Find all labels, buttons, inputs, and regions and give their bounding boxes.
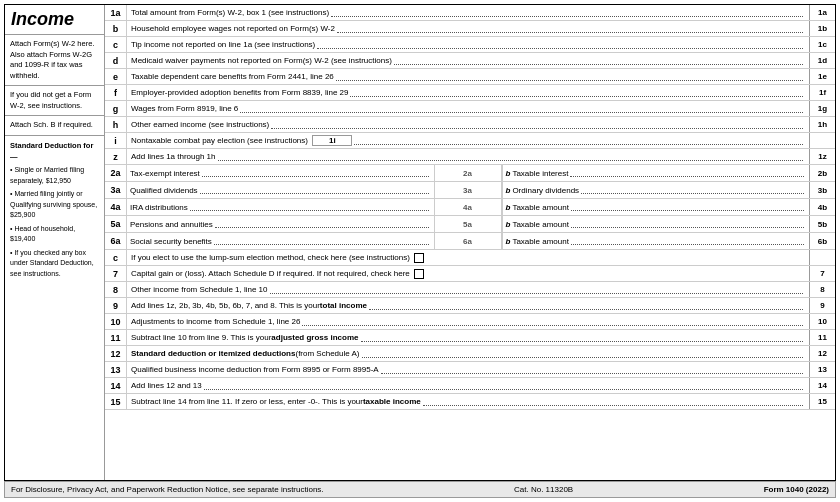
row-desc-1: Household employee wages not reported on… [127, 21, 809, 36]
end-col-19: 10 [809, 314, 835, 329]
desc-right-3a: bOrdinary dividends [502, 182, 810, 198]
end-col-8 [809, 133, 835, 148]
left-sidebar: Income Attach Form(s) W-2 here. Also att… [5, 5, 105, 480]
row-desc-5: Employer-provided adoption benefits from… [127, 85, 809, 100]
end-col-21: 12 [809, 346, 835, 361]
row-9-18: 9Add lines 1z, 2b, 3b, 4b, 5b, 6b, 7, an… [105, 298, 835, 314]
page: Income Attach Form(s) W-2 here. Also att… [0, 0, 840, 502]
row-15-24: 15Subtract line 14 from line 11. If zero… [105, 394, 835, 410]
row-c-2: cTip income not reported on line 1a (see… [105, 37, 835, 53]
row-num-8: i [105, 133, 127, 148]
row-num-15: c [105, 250, 127, 265]
end-col-23: 14 [809, 378, 835, 393]
attach-note: Attach Form(s) W-2 here. Also attach For… [5, 35, 104, 86]
split-row-4a: 4aIRA distributions4abTaxable amount4b [105, 199, 835, 216]
desc-left-5a: Pensions and annuities [127, 216, 434, 232]
row-desc-8: Nontaxable combat pay election (see inst… [127, 133, 809, 148]
desc-left-6a: Social security benefits [127, 233, 434, 249]
end-col-17: 8 [809, 282, 835, 297]
end-col-3a: 3b [809, 182, 835, 198]
end-col-5a: 5b [809, 216, 835, 232]
end-col-20: 11 [809, 330, 835, 345]
box-left-6a: 6a [434, 233, 502, 249]
row-num-5a: 5a [105, 216, 127, 232]
end-col-4: 1e [809, 69, 835, 84]
content-area: 1aTotal amount from Form(s) W-2, box 1 (… [105, 5, 835, 480]
row-num-5: f [105, 85, 127, 100]
row-7-16: 7Capital gain or (loss). Attach Schedule… [105, 266, 835, 282]
row-d-3: dMedicaid waiver payments not reported o… [105, 53, 835, 69]
row-num-22: 13 [105, 362, 127, 377]
row-num-2: c [105, 37, 127, 52]
row-8-17: 8Other income from Schedule 1, line 108 [105, 282, 835, 298]
row-num-0: 1a [105, 5, 127, 20]
row-13-22: 13Qualified business income deduction fr… [105, 362, 835, 378]
row-desc-22: Qualified business income deduction from… [127, 362, 809, 377]
std-item-1: • Married filing jointly or Qualifying s… [10, 189, 99, 221]
row-desc-24: Subtract line 14 from line 11. If zero o… [127, 394, 809, 409]
row-desc-23: Add lines 12 and 13 [127, 378, 809, 393]
desc-right-2a: bTaxable interest [502, 165, 810, 181]
row-g-6: gWages from Form 8919, line 61g [105, 101, 835, 117]
end-col-6: 1g [809, 101, 835, 116]
footer-left: For Disclosure, Privacy Act, and Paperwo… [11, 485, 324, 494]
desc-left-4a: IRA distributions [127, 199, 434, 215]
row-num-6: g [105, 101, 127, 116]
row-num-9: z [105, 149, 127, 164]
row-num-7: h [105, 117, 127, 132]
row-desc-2: Tip income not reported on line 1a (see … [127, 37, 809, 52]
box-left-2a: 2a [434, 165, 502, 181]
row-desc-6: Wages from Form 8919, line 6 [127, 101, 809, 116]
desc-right-6a: bTaxable amount [502, 233, 810, 249]
box-left-4a: 4a [434, 199, 502, 215]
standard-deduction-box: Standard Deduction for— • Single or Marr… [5, 136, 104, 481]
end-col-5: 1f [809, 85, 835, 100]
end-col-1: 1b [809, 21, 835, 36]
row-num-2a: 2a [105, 165, 127, 181]
end-col-2a: 2b [809, 165, 835, 181]
box-left-3a: 3a [434, 182, 502, 198]
row-desc-7: Other earned income (see instructions) [127, 117, 809, 132]
end-col-24: 15 [809, 394, 835, 409]
row-12-21: 12Standard deduction or itemized deducti… [105, 346, 835, 362]
row-desc-17: Other income from Schedule 1, line 10 [127, 282, 809, 297]
row-desc-18: Add lines 1z, 2b, 3b, 4b, 5b, 6b, 7, and… [127, 298, 809, 313]
row-10-19: 10Adjustments to income from Schedule 1,… [105, 314, 835, 330]
desc-right-5a: bTaxable amount [502, 216, 810, 232]
row-1a-0: 1aTotal amount from Form(s) W-2, box 1 (… [105, 5, 835, 21]
if-note: If you did not get a Form W-2, see instr… [5, 86, 104, 116]
row-num-3: d [105, 53, 127, 68]
attach-sch-b: Attach Sch. B if required. [5, 116, 104, 136]
row-num-17: 8 [105, 282, 127, 297]
footer-center: Cat. No. 11320B [514, 485, 573, 494]
row-num-4a: 4a [105, 199, 127, 215]
row-num-20: 11 [105, 330, 127, 345]
desc-left-2a: Tax-exempt interest [127, 165, 434, 181]
end-col-22: 13 [809, 362, 835, 377]
box-left-5a: 5a [434, 216, 502, 232]
split-row-5a: 5aPensions and annuities5abTaxable amoun… [105, 216, 835, 233]
split-row-2a: 2aTax-exempt interest2abTaxable interest… [105, 165, 835, 182]
row-num-3a: 3a [105, 182, 127, 198]
main-content: Income Attach Form(s) W-2 here. Also att… [4, 4, 836, 481]
row-desc-21: Standard deduction or itemized deduction… [127, 346, 809, 361]
row-c-15: cIf you elect to use the lump-sum electi… [105, 250, 835, 266]
row-num-18: 9 [105, 298, 127, 313]
row-desc-3: Medicaid waiver payments not reported on… [127, 53, 809, 68]
row-num-21: 12 [105, 346, 127, 361]
end-col-7: 1h [809, 117, 835, 132]
desc-left-3a: Qualified dividends [127, 182, 434, 198]
row-num-4: e [105, 69, 127, 84]
row-desc-19: Adjustments to income from Schedule 1, l… [127, 314, 809, 329]
row-num-1: b [105, 21, 127, 36]
row-b-1: bHousehold employee wages not reported o… [105, 21, 835, 37]
income-header: Income [5, 5, 104, 35]
row-i-8: iNontaxable combat pay election (see ins… [105, 133, 835, 149]
end-col-6a: 6b [809, 233, 835, 249]
row-desc-0: Total amount from Form(s) W-2, box 1 (se… [127, 5, 809, 20]
split-row-3a: 3aQualified dividends3abOrdinary dividen… [105, 182, 835, 199]
row-e-4: eTaxable dependent care benefits from Fo… [105, 69, 835, 85]
row-h-7: hOther earned income (see instructions)1… [105, 117, 835, 133]
footer: For Disclosure, Privacy Act, and Paperwo… [4, 481, 836, 498]
row-desc-9: Add lines 1a through 1h [127, 149, 809, 164]
